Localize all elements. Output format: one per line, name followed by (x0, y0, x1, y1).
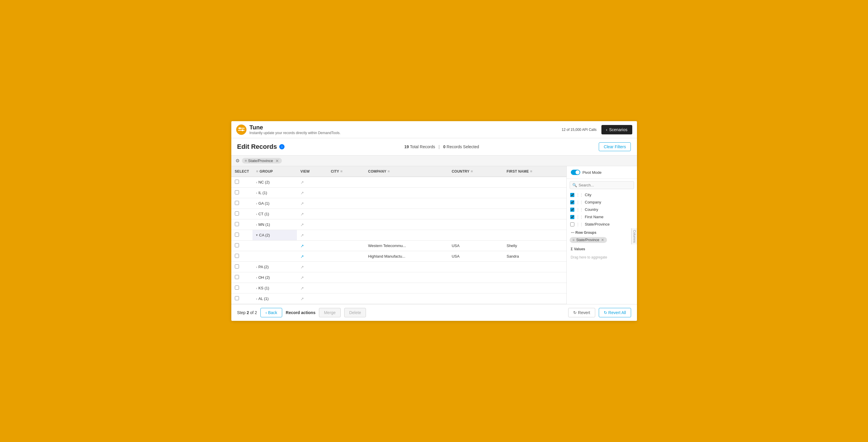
column-name-label: First Name (585, 215, 604, 219)
logo-area: Tune Instantly update your records direc… (236, 124, 341, 135)
svg-point-3 (239, 127, 241, 129)
select-column-header: SELECT (231, 166, 253, 177)
total-records-label: Total Records (410, 144, 435, 149)
group-column-header[interactable]: ≡GROUP (252, 166, 297, 177)
row-group-tag: ≡ State/Province ✕ (570, 237, 607, 243)
row-checkbox[interactable] (235, 222, 239, 226)
chevron-right-icon: › (256, 265, 257, 269)
group-cell[interactable]: › NC (2) (256, 180, 293, 184)
firstname-column-header[interactable]: FIRST NAME≡ (503, 166, 566, 177)
column-checkbox[interactable] (570, 215, 575, 219)
view-record-icon[interactable]: ↗ (301, 243, 304, 248)
group-cell[interactable]: › OH (2) (256, 275, 293, 280)
row-group-label: State/Province (577, 238, 599, 242)
country-cell (448, 230, 503, 241)
main-content: SELECT ≡GROUP VIEW CITY≡ COMPANY≡ COUNTR… (231, 166, 637, 304)
firstname-cell: Sandra (503, 251, 566, 262)
company-cell (365, 283, 448, 294)
selected-records-label: Records Selected (446, 144, 479, 149)
group-cell[interactable]: › AL (1) (256, 296, 293, 301)
view-column-header[interactable]: VIEW (297, 166, 328, 177)
filter-label: State/Province (248, 158, 273, 163)
tune-logo-icon (236, 124, 247, 135)
company-column-header[interactable]: COMPANY≡ (365, 166, 448, 177)
group-cell[interactable]: › IL (1) (256, 190, 293, 195)
column-name-label: State/Province (585, 222, 610, 227)
company-cell (365, 209, 448, 219)
view-record-icon: ↗ (301, 222, 304, 227)
group-cell[interactable]: › KS (1) (256, 286, 293, 290)
scenarios-button[interactable]: ‹ Scenarios (601, 125, 632, 135)
row-checkbox[interactable] (235, 201, 239, 205)
country-cell (448, 272, 503, 283)
row-checkbox[interactable] (235, 296, 239, 300)
row-checkbox[interactable] (235, 190, 239, 195)
clear-filters-button[interactable]: Clear Filters (599, 142, 631, 151)
revert-button[interactable]: ↻ Revert (568, 308, 595, 317)
columns-search-input[interactable] (579, 183, 631, 187)
group-cell[interactable]: › CT (1) (256, 212, 293, 216)
row-checkbox[interactable] (235, 180, 239, 184)
info-icon[interactable]: i (279, 144, 284, 149)
chevron-right-icon: › (256, 297, 257, 300)
company-cell: Western Telecommu... (365, 241, 448, 251)
group-cell[interactable]: › GA (1) (256, 201, 293, 206)
row-checkbox[interactable] (235, 264, 239, 268)
row-checkbox[interactable] (235, 211, 239, 215)
columns-search-box[interactable]: 🔍 (570, 181, 634, 189)
row-checkbox[interactable] (235, 243, 239, 247)
company-cell (365, 177, 448, 187)
table-row: ▾ CA (2)↗ (231, 230, 566, 241)
columns-sidebar-tab[interactable]: Columns (631, 228, 637, 244)
view-record-icon: ↗ (301, 180, 304, 185)
company-cell (365, 294, 448, 304)
row-checkbox[interactable] (235, 286, 239, 290)
row-checkbox[interactable] (235, 275, 239, 279)
delete-button[interactable]: Delete (344, 308, 366, 317)
column-checkbox[interactable] (570, 208, 575, 212)
group-label: GA (1) (258, 201, 270, 206)
col-menu-icon: ≡ (530, 169, 532, 174)
city-column-header[interactable]: CITY≡ (328, 166, 365, 177)
revert-all-button[interactable]: ↻ Revert All (599, 308, 631, 317)
col-menu-icon: ≡ (256, 169, 258, 174)
column-checkbox[interactable] (570, 200, 575, 204)
group-cell[interactable]: ▾ CA (2) (256, 233, 293, 237)
group-label: IL (1) (258, 190, 267, 195)
drag-handle-icon: ⋮⋮ (576, 208, 583, 212)
bottom-bar: Step 2 of 2 ‹ Back Record actions Merge … (231, 304, 637, 321)
pivot-mode-toggle[interactable] (571, 170, 580, 175)
company-cell (365, 262, 448, 272)
group-cell[interactable]: › PA (2) (256, 265, 293, 269)
remove-filter-button[interactable]: ✕ (275, 159, 279, 163)
row-checkbox[interactable] (235, 233, 239, 237)
column-checkbox[interactable] (570, 222, 575, 227)
city-cell (328, 283, 365, 294)
header-left: Edit Records i (237, 143, 285, 151)
column-checkbox[interactable] (570, 193, 575, 197)
country-cell (448, 294, 503, 304)
total-records-count: 19 (404, 144, 409, 149)
drag-handle-icon: ⋮⋮ (576, 215, 583, 219)
merge-button[interactable]: Merge (319, 308, 341, 317)
country-column-header[interactable]: COUNTRY≡ (448, 166, 503, 177)
view-record-icon: ↗ (301, 286, 304, 291)
country-cell (448, 198, 503, 209)
column-name-label: Company (585, 200, 601, 204)
view-record-icon[interactable]: ↗ (301, 254, 304, 259)
drag-to-aggregate-placeholder: Drag here to aggregate (571, 255, 633, 260)
table-row: ↗Highland Manufactu...USASandra (231, 251, 566, 262)
drag-handle-icon: ≡ (572, 238, 575, 242)
column-list-item: ⋮⋮Company (570, 199, 634, 206)
chevron-right-icon: › (256, 181, 257, 184)
row-checkbox[interactable] (235, 254, 239, 258)
row-groups-icon: ⋯ (571, 231, 575, 235)
table-row: ↗Western Telecommu...USAShelly (231, 241, 566, 251)
filter-handle-icon: ≡ (245, 158, 247, 163)
remove-row-group-button[interactable]: ✕ (601, 238, 604, 242)
group-cell[interactable]: › MN (1) (256, 222, 293, 227)
city-cell (328, 251, 365, 262)
table-row: › GA (1)↗ (231, 198, 566, 209)
step-current: 2 (247, 310, 249, 315)
back-button[interactable]: ‹ Back (260, 308, 282, 317)
